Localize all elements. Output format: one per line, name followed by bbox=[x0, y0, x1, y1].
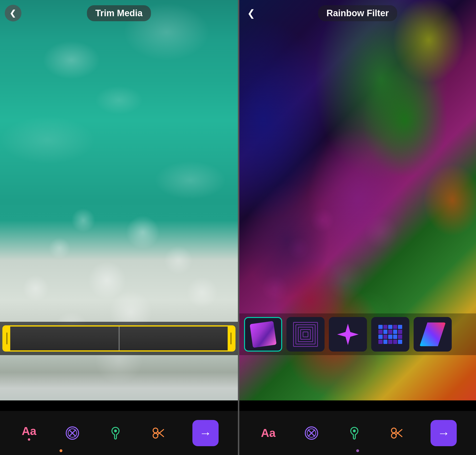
svg-point-4 bbox=[114, 430, 117, 432]
trim-segment-2 bbox=[119, 326, 228, 350]
right-header: ❮ Rainbow Filter bbox=[239, 0, 476, 26]
next-arrow-left: → bbox=[199, 426, 212, 440]
layers-icon-right bbox=[305, 426, 318, 440]
filter-item-gradient[interactable] bbox=[244, 317, 282, 352]
trim-container[interactable] bbox=[2, 325, 236, 352]
right-panel-title: Rainbow Filter bbox=[318, 5, 397, 21]
filter-item-concentric[interactable] bbox=[286, 317, 325, 352]
trim-handle-right[interactable] bbox=[228, 326, 234, 350]
text-icon-right: Aa bbox=[261, 427, 276, 439]
filter-item-slash[interactable] bbox=[414, 317, 452, 352]
concentric-sq-5 bbox=[303, 332, 308, 337]
filter-slash-preview bbox=[420, 323, 446, 346]
video-preview-left: 6.50 seconds bbox=[0, 0, 238, 400]
layers-icon-left bbox=[65, 426, 79, 440]
scissors-icon-right bbox=[390, 426, 404, 440]
svg-point-5 bbox=[153, 428, 158, 433]
left-header: ❮ Trim Media bbox=[0, 0, 238, 26]
orange-dot-indicator bbox=[60, 449, 62, 452]
filter-item-star[interactable] bbox=[329, 317, 367, 352]
trim-handle-left[interactable] bbox=[4, 326, 10, 350]
text-icon-left: Aa bbox=[22, 425, 36, 437]
scissors-tool-right[interactable] bbox=[388, 424, 406, 442]
text-tool-right[interactable]: Aa bbox=[259, 425, 278, 441]
next-arrow-right: → bbox=[437, 426, 450, 440]
svg-point-6 bbox=[153, 433, 158, 438]
filter-tool-right[interactable] bbox=[345, 424, 364, 442]
trim-inner bbox=[10, 326, 228, 350]
handle-line-left bbox=[7, 333, 7, 344]
filter-icon-left bbox=[109, 426, 122, 440]
handle-line-right bbox=[230, 333, 231, 344]
filter-options-row bbox=[239, 313, 476, 355]
filter-mosaic-preview bbox=[378, 325, 402, 344]
back-button-right[interactable]: ❮ bbox=[244, 6, 258, 20]
next-button-left[interactable]: → bbox=[192, 420, 219, 446]
video-preview-right bbox=[239, 0, 476, 400]
back-chevron-left: ❮ bbox=[9, 8, 16, 18]
layers-tool-left[interactable] bbox=[63, 424, 82, 442]
svg-point-14 bbox=[391, 428, 396, 433]
svg-point-13 bbox=[353, 430, 356, 432]
next-button-right[interactable]: → bbox=[430, 420, 457, 446]
left-panel-title: Trim Media bbox=[87, 5, 151, 21]
layers-tool-right[interactable] bbox=[302, 424, 321, 442]
svg-point-15 bbox=[391, 433, 396, 438]
filter-star-preview bbox=[336, 323, 360, 346]
trim-segment-1 bbox=[10, 326, 119, 350]
scissors-icon-left bbox=[152, 426, 166, 440]
text-dot-left bbox=[28, 438, 30, 441]
left-panel: 6.50 seconds bbox=[0, 0, 238, 455]
filter-tool-left[interactable] bbox=[106, 424, 125, 442]
filter-icon-right bbox=[347, 426, 361, 440]
filter-concentric-preview bbox=[292, 321, 319, 348]
timeline-area bbox=[0, 322, 238, 355]
filter-item-mosaic[interactable] bbox=[371, 317, 409, 352]
filter-gradient-preview bbox=[250, 321, 277, 348]
back-chevron-right: ❮ bbox=[247, 8, 255, 19]
right-panel: ❮ Rainbow Filter Aa bbox=[239, 0, 476, 455]
purple-dot-indicator bbox=[356, 449, 359, 452]
scissors-tool-left[interactable] bbox=[149, 424, 168, 442]
toolbar-right: Aa → bbox=[239, 411, 476, 455]
back-button-left[interactable]: ❮ bbox=[5, 5, 21, 21]
text-tool-left[interactable]: Aa bbox=[19, 423, 39, 443]
toolbar-left: Aa → bbox=[0, 411, 238, 455]
